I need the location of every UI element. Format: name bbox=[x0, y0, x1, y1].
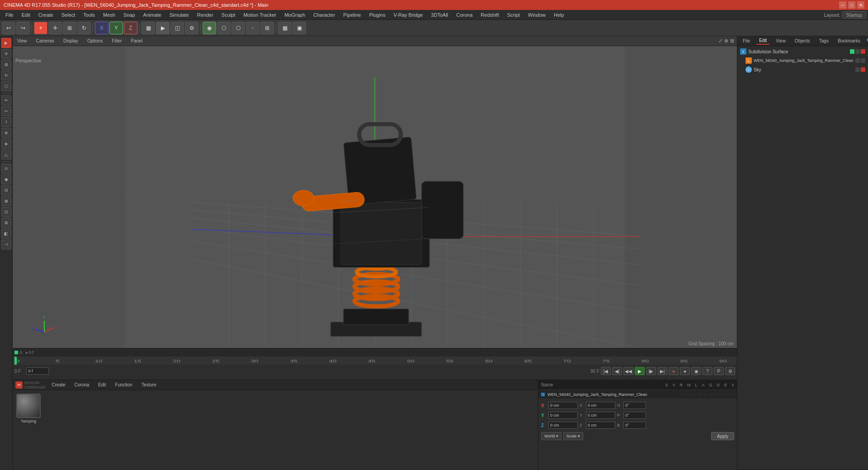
brush-tool-button[interactable]: ⌇ bbox=[1, 117, 11, 127]
poly-mode-button[interactable]: ⬡ bbox=[217, 22, 231, 34]
mat-tab-texture[interactable]: Texture bbox=[139, 381, 159, 388]
coord-x-deg[interactable]: 0° bbox=[623, 402, 646, 409]
menu-3dtoall[interactable]: 3DToAll bbox=[427, 11, 452, 19]
menu-create[interactable]: Create bbox=[35, 11, 57, 19]
mode-z-button[interactable]: Z bbox=[124, 22, 137, 34]
flag-gray2[interactable] bbox=[861, 49, 865, 54]
mat-tab-corona[interactable]: Corona bbox=[72, 381, 92, 388]
obj-tab-objects[interactable]: Objects bbox=[792, 38, 813, 44]
menu-corona[interactable]: Corona bbox=[453, 11, 476, 19]
flag-x[interactable]: · bbox=[733, 392, 734, 397]
pull-tool-button[interactable]: △ bbox=[1, 150, 11, 160]
coord-z-deg[interactable]: 0° bbox=[623, 422, 646, 429]
flag-e[interactable]: · bbox=[727, 392, 729, 397]
move-tool-button[interactable]: ✛ bbox=[48, 22, 62, 34]
paint-tool-button[interactable]: ◧ bbox=[1, 229, 11, 239]
obj-item-sky[interactable]: ○ Sky bbox=[738, 65, 867, 74]
coord-x-rot[interactable]: 0 cm bbox=[586, 402, 615, 409]
play-button[interactable]: ▶ bbox=[635, 367, 645, 375]
mat-tab-edit[interactable]: Edit bbox=[95, 381, 108, 388]
material-item[interactable]: Tamping bbox=[16, 394, 41, 423]
goto-start-button[interactable]: |◀ bbox=[601, 367, 611, 375]
flag-l[interactable]: · bbox=[705, 392, 706, 397]
coord-y-pos[interactable]: 0 cm bbox=[548, 412, 578, 419]
coord-z-pos[interactable]: 0 cm bbox=[548, 422, 578, 429]
record-button[interactable]: ● bbox=[669, 367, 679, 375]
obj-tab-file[interactable]: File bbox=[740, 38, 753, 44]
vp-icon-3[interactable]: ⊞ bbox=[730, 38, 734, 44]
key-sel-button[interactable]: ◉ bbox=[691, 367, 701, 375]
point-mode-button[interactable]: ◦ bbox=[246, 22, 259, 34]
obj-item-wen[interactable]: L WEN_56040_Jumping_Jack_Tamping_Rammer_… bbox=[738, 56, 867, 65]
wen-flag1[interactable] bbox=[855, 58, 860, 63]
menu-character[interactable]: Character bbox=[310, 11, 339, 19]
pencil-tool-button[interactable]: ✏ bbox=[1, 95, 11, 105]
menu-snap[interactable]: Snap bbox=[120, 11, 139, 19]
flag-m[interactable]: · bbox=[699, 392, 700, 397]
layout-value[interactable]: Startup bbox=[842, 11, 866, 19]
vp-tab-display[interactable]: Display bbox=[61, 38, 80, 44]
snap-tool-button[interactable]: ⊙ bbox=[1, 164, 11, 174]
wen-flag2[interactable] bbox=[861, 58, 865, 63]
undo-button[interactable]: ↩ bbox=[2, 22, 15, 34]
menu-file[interactable]: File bbox=[2, 11, 17, 19]
flag-d[interactable]: · bbox=[722, 392, 723, 397]
new-object-button[interactable]: + bbox=[34, 22, 47, 34]
menu-redshift[interactable]: Redshift bbox=[477, 11, 502, 19]
scale-mode-button[interactable]: Scale ▾ bbox=[563, 432, 583, 440]
frame-input[interactable] bbox=[26, 367, 49, 375]
apply-button[interactable]: Apply bbox=[711, 432, 734, 440]
loop-tool-button[interactable]: ⊞ bbox=[1, 218, 11, 228]
menu-window[interactable]: Window bbox=[524, 11, 549, 19]
vp-tab-view[interactable]: View bbox=[15, 38, 29, 44]
magnet-tool-button[interactable]: ⊛ bbox=[1, 128, 11, 138]
menu-help[interactable]: Help bbox=[550, 11, 568, 19]
render-settings-button[interactable]: ⚙ bbox=[185, 22, 198, 34]
menu-sculpt[interactable]: Sculpt bbox=[218, 11, 239, 19]
vp-tab-cameras[interactable]: Cameras bbox=[34, 38, 57, 44]
coord-x-pos[interactable]: 0 cm bbox=[548, 402, 578, 409]
menu-animate[interactable]: Animate bbox=[140, 11, 165, 19]
play-reverse-button[interactable]: ◀◀ bbox=[623, 367, 633, 375]
mode-x-button[interactable]: X bbox=[95, 22, 108, 34]
menu-mesh[interactable]: Mesh bbox=[99, 11, 119, 19]
rotate-3d-button[interactable]: ↻ bbox=[1, 70, 11, 80]
rotate-tool-button[interactable]: ↻ bbox=[77, 22, 91, 34]
display1-button[interactable]: ▦ bbox=[278, 22, 292, 34]
menu-render[interactable]: Render bbox=[193, 11, 217, 19]
minimize-button[interactable]: ─ bbox=[839, 1, 846, 9]
menu-plugins[interactable]: Plugins bbox=[365, 11, 389, 19]
menu-pipeline[interactable]: Pipeline bbox=[340, 11, 364, 19]
menu-select[interactable]: Select bbox=[58, 11, 79, 19]
flag-s[interactable]: · bbox=[682, 392, 684, 397]
coord-y-rot[interactable]: 0 cm bbox=[586, 412, 615, 419]
flag-g[interactable]: · bbox=[716, 392, 717, 397]
vp-tab-panel[interactable]: Panel bbox=[129, 38, 145, 44]
auto-key-button[interactable]: ● bbox=[680, 367, 690, 375]
weld-tool-button[interactable]: ◉ bbox=[1, 174, 11, 184]
object-attr-row[interactable]: WEN_56040_Jumping_Jack_Tamping_Rammer_Cl… bbox=[538, 390, 737, 399]
redo-button[interactable]: ↪ bbox=[16, 22, 30, 34]
move-3d-button[interactable]: ✛ bbox=[1, 49, 11, 59]
mat-tab-create[interactable]: Create bbox=[49, 381, 68, 388]
select-tool-button[interactable]: ▶ bbox=[1, 38, 11, 48]
vp-tab-filter[interactable]: Filter bbox=[110, 38, 123, 44]
render-region-button[interactable]: ▦ bbox=[142, 22, 155, 34]
key-pos-button[interactable]: P bbox=[714, 367, 724, 375]
step-forward-button[interactable]: |▶ bbox=[646, 367, 656, 375]
maximize-button[interactable]: □ bbox=[848, 1, 855, 9]
coord-y-deg[interactable]: 0° bbox=[623, 412, 646, 419]
world-mode-button[interactable]: World ▾ bbox=[541, 432, 561, 440]
obj-item-subdivision[interactable]: S Subdivision Surface bbox=[738, 47, 867, 56]
render-to-po-button[interactable]: ◫ bbox=[170, 22, 184, 34]
obj-tab-tags[interactable]: Tags bbox=[816, 38, 831, 44]
obj-tab-view[interactable]: View bbox=[773, 38, 788, 44]
object-tool-button[interactable]: ⬡ bbox=[1, 81, 11, 91]
display2-button[interactable]: ▣ bbox=[292, 22, 306, 34]
scale-tool-button[interactable]: ⊞ bbox=[63, 22, 76, 34]
bridge-tool-button[interactable]: ⊟ bbox=[1, 185, 11, 195]
sky-flag2[interactable] bbox=[861, 67, 865, 72]
extrude-tool-button[interactable]: ⊠ bbox=[1, 196, 11, 206]
vp-icon-2[interactable]: ⊕ bbox=[724, 38, 728, 44]
timeline-ruler[interactable]: 0 5 10 15 20 25 30 35 40 45 50 55 60 65 … bbox=[13, 357, 737, 365]
